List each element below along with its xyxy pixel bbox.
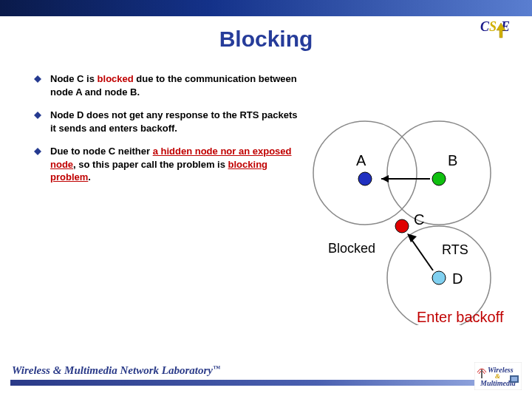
page-title: Blocking — [0, 27, 532, 52]
svg-line-12 — [409, 236, 433, 270]
diamond-bullet-icon — [34, 148, 41, 155]
bullet-list: Node C is blocked due to the communicati… — [50, 72, 301, 194]
bullet-text: . — [88, 171, 91, 183]
diamond-bullet-icon — [34, 112, 41, 119]
svg-point-7 — [358, 172, 372, 185]
label-a: A — [356, 152, 366, 168]
label-c: C — [414, 211, 424, 228]
diamond-bullet-icon — [34, 75, 41, 83]
svg-marker-13 — [407, 233, 417, 242]
bullet-item: Due to node C neither a hidden node nor … — [50, 145, 301, 184]
svg-marker-3 — [34, 148, 41, 155]
bullet-text: , so this paper call the problem is — [73, 159, 228, 170]
footer-lab-name: Wireless & Multimedia Network Laboratory… — [12, 364, 220, 377]
top-bar — [0, 0, 532, 16]
label-rts: RTS — [442, 242, 468, 257]
svg-marker-2 — [34, 112, 41, 119]
bullet-text: Node D does not get any response to the … — [50, 109, 297, 134]
bullet-text: Due to node C neither — [50, 146, 153, 157]
svg-point-8 — [432, 172, 446, 185]
svg-point-11 — [395, 219, 409, 233]
enter-backoff-label: Enter backoff — [417, 309, 503, 326]
network-diagram: A B C Blocked RTS D — [310, 118, 517, 325]
label-blocked: Blocked — [328, 241, 375, 256]
svg-rect-21 — [511, 377, 517, 381]
bullet-item: Node C is blocked due to the communicati… — [50, 72, 301, 98]
bullet-item: Node D does not get any response to the … — [50, 109, 301, 134]
bullet-text: Node C is — [50, 73, 98, 84]
footer-bar-icon — [10, 380, 522, 386]
wireless-multimedia-logo: Wireless & Multimedia — [474, 362, 522, 390]
label-b: B — [448, 152, 457, 168]
bullet-emphasis: blocked — [98, 73, 134, 84]
svg-marker-1 — [34, 75, 41, 83]
svg-point-14 — [432, 271, 446, 284]
svg-marker-10 — [381, 175, 389, 183]
label-d: D — [452, 270, 463, 287]
svg-text:Wireless: Wireless — [488, 366, 514, 374]
